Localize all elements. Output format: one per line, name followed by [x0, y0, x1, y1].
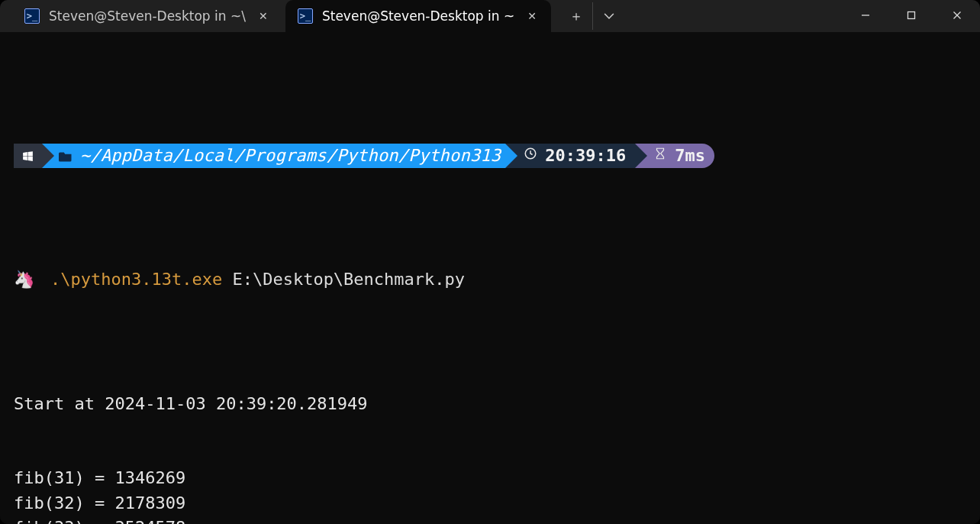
- tab-2-active[interactable]: >_ Steven@Steven-Desktop in ~ ✕: [285, 0, 551, 32]
- unicorn-icon: 🦄: [14, 267, 50, 293]
- powershell-icon: >_: [24, 8, 40, 24]
- windows-icon: [21, 150, 34, 163]
- tab-1[interactable]: >_ Steven@Steven-Desktop in ~\ ✕: [12, 0, 282, 32]
- output-line: fib(32) = 2178309: [14, 491, 966, 516]
- prompt-line-1: ~/AppData/Local/Programs/Python/Python31…: [14, 144, 966, 168]
- clock-icon: [524, 144, 537, 169]
- maximize-button[interactable]: [888, 0, 934, 31]
- command-text: .\python3.13t.exe E:\Desktop\Benchmark.p…: [50, 267, 465, 293]
- output-start: Start at 2024-11-03 20:39:20.281949: [14, 392, 966, 417]
- time-text: 20:39:16: [545, 144, 626, 169]
- path-text: ~/AppData/Local/Programs/Python/Python31…: [80, 144, 501, 169]
- os-segment: [14, 144, 42, 168]
- command-line: 🦄 .\python3.13t.exe E:\Desktop\Benchmark…: [14, 267, 966, 293]
- hourglass-icon: [653, 144, 667, 169]
- powershell-icon: >_: [298, 8, 313, 24]
- output-line: fib(33) = 3524578: [14, 516, 966, 524]
- terminal-body[interactable]: ~/AppData/Local/Programs/Python/Python31…: [0, 32, 980, 524]
- time-segment: 20:39:16: [505, 144, 635, 168]
- tab-title: Steven@Steven-Desktop in ~\: [49, 8, 246, 24]
- new-tab-group: ＋: [560, 2, 624, 30]
- minimize-button[interactable]: [843, 0, 888, 31]
- duration-text: 7ms: [675, 144, 705, 169]
- tab-list: >_ Steven@Steven-Desktop in ~\ ✕ >_ Stev…: [0, 0, 624, 32]
- output-line: fib(31) = 1346269: [14, 466, 966, 491]
- tab-dropdown-button[interactable]: [592, 2, 624, 30]
- tab-title: Steven@Steven-Desktop in ~: [322, 8, 514, 24]
- titlebar: >_ Steven@Steven-Desktop in ~\ ✕ >_ Stev…: [0, 0, 980, 32]
- folder-icon: [59, 150, 73, 162]
- terminal-window: >_ Steven@Steven-Desktop in ~\ ✕ >_ Stev…: [0, 0, 980, 524]
- window-controls: [843, 0, 980, 32]
- output-fib-block: fib(31) = 1346269fib(32) = 2178309fib(33…: [14, 466, 966, 524]
- svg-rect-1: [908, 12, 915, 19]
- new-tab-button[interactable]: ＋: [560, 2, 592, 30]
- close-window-button[interactable]: [934, 0, 980, 31]
- close-tab-icon[interactable]: ✕: [255, 8, 272, 24]
- path-segment: ~/AppData/Local/Programs/Python/Python31…: [42, 144, 505, 168]
- close-tab-icon[interactable]: ✕: [524, 8, 540, 24]
